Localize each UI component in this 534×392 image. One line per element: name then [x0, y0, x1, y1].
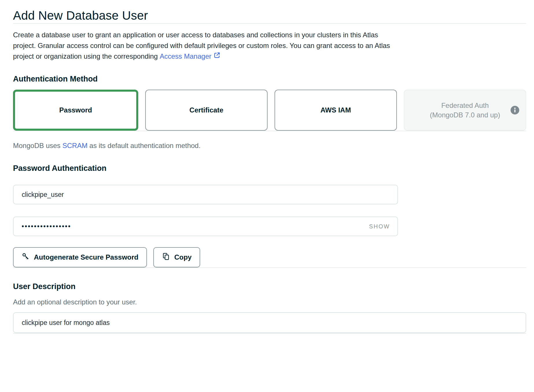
- auth-method-cards: Password Certificate AWS IAM Federated A…: [13, 90, 526, 131]
- password-authentication-heading: Password Authentication: [13, 164, 526, 173]
- username-input[interactable]: [13, 185, 398, 204]
- authentication-method-heading: Authentication Method: [13, 74, 526, 84]
- external-link-icon: [213, 51, 220, 62]
- federated-label-line2: (MongoDB 7.0 and up): [430, 111, 500, 119]
- intro-line-3-text: project or organization using the corres…: [13, 51, 158, 62]
- auth-card-certificate[interactable]: Certificate: [145, 90, 268, 131]
- scram-note-before: MongoDB uses: [13, 142, 62, 149]
- user-description-heading: User Description: [13, 282, 526, 291]
- auth-card-aws-iam-label: AWS IAM: [321, 106, 351, 114]
- add-database-user-panel: Add New Database User Create a database …: [0, 8, 534, 334]
- divider: [13, 333, 526, 334]
- password-input[interactable]: [13, 217, 398, 236]
- divider: [13, 23, 526, 24]
- auth-card-certificate-label: Certificate: [189, 106, 223, 114]
- page-title: Add New Database User: [13, 8, 526, 23]
- intro-line-1: Create a database user to grant an appli…: [13, 29, 526, 40]
- user-description-input[interactable]: [13, 312, 526, 333]
- divider: [13, 267, 526, 268]
- divider: [13, 131, 526, 131]
- federated-label-line1: Federated Auth: [441, 101, 489, 109]
- info-icon[interactable]: [511, 106, 519, 114]
- scram-note: MongoDB uses SCRAM as its default authen…: [13, 141, 526, 150]
- autogenerate-password-button[interactable]: Autogenerate Secure Password: [13, 247, 147, 267]
- auth-card-federated-label: Federated Auth (MongoDB 7.0 and up): [430, 101, 500, 120]
- autogenerate-password-label: Autogenerate Secure Password: [34, 253, 138, 261]
- password-buttons-row: Autogenerate Secure Password Copy: [13, 247, 526, 267]
- auth-card-federated-auth: Federated Auth (MongoDB 7.0 and up): [404, 90, 526, 131]
- scram-note-after: as its default authentication method.: [87, 142, 200, 149]
- auth-card-password-label: Password: [59, 106, 92, 114]
- password-field-wrap: SHOW: [13, 217, 398, 236]
- copy-icon: [162, 252, 170, 262]
- auth-card-aws-iam[interactable]: AWS IAM: [275, 90, 397, 131]
- key-icon: [22, 252, 30, 262]
- intro-line-3: project or organization using the corres…: [13, 51, 526, 62]
- auth-card-password[interactable]: Password: [13, 90, 138, 131]
- copy-password-button[interactable]: Copy: [153, 247, 200, 267]
- scram-link[interactable]: SCRAM: [62, 142, 88, 149]
- intro-line-2: project. Granular access control can be …: [13, 40, 526, 51]
- user-description-helper: Add an optional description to your user…: [13, 298, 526, 306]
- copy-button-label: Copy: [174, 253, 191, 261]
- access-manager-link[interactable]: Access Manager: [160, 51, 211, 62]
- intro-paragraph: Create a database user to grant an appli…: [13, 29, 526, 62]
- show-password-toggle[interactable]: SHOW: [369, 223, 390, 230]
